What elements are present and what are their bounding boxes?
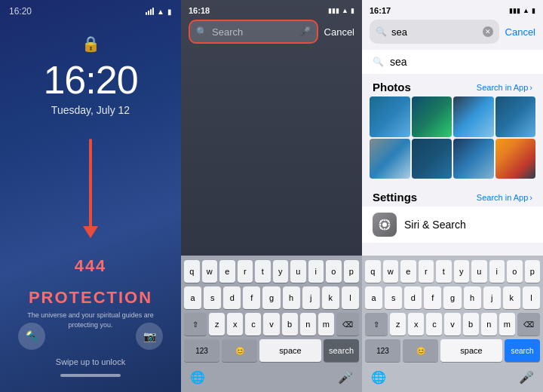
- photo-thumb-5[interactable]: [370, 139, 410, 179]
- key-x[interactable]: x: [227, 313, 243, 335]
- protection-number: 444: [0, 256, 181, 276]
- results-magnify-icon: 🔍: [376, 26, 387, 37]
- res-key-q[interactable]: q: [365, 260, 381, 283]
- key-y[interactable]: y: [273, 260, 289, 283]
- results-status-icons: ▮▮▮ ▲ ▮: [509, 7, 535, 14]
- res-key-j[interactable]: j: [483, 286, 501, 309]
- key-d[interactable]: d: [223, 286, 241, 309]
- res-key-123[interactable]: 123: [365, 339, 400, 362]
- results-keyboard-row-1: q w e r t y u i o p: [365, 260, 540, 283]
- settings-search-in-app[interactable]: Search in App ›: [477, 193, 532, 202]
- res-key-delete[interactable]: ⌫: [517, 313, 540, 335]
- res-key-a[interactable]: a: [365, 286, 382, 309]
- key-shift[interactable]: ⇧: [184, 313, 207, 335]
- camera-button[interactable]: 📷: [136, 323, 163, 350]
- res-key-space[interactable]: space: [440, 339, 502, 362]
- res-key-shift[interactable]: ⇧: [365, 313, 388, 335]
- key-o[interactable]: o: [326, 260, 342, 283]
- res-key-f[interactable]: f: [424, 286, 441, 309]
- suggestion-row[interactable]: 🔍 sea: [362, 50, 543, 74]
- res-globe-icon[interactable]: 🌐: [368, 367, 389, 387]
- res-key-d[interactable]: d: [404, 286, 422, 309]
- key-l[interactable]: l: [342, 286, 359, 309]
- key-v[interactable]: v: [263, 313, 279, 335]
- keyboard-row-2: a s d f g h j k l: [184, 286, 359, 309]
- results-keyboard-bottom-row: 🌐 🎤: [365, 366, 540, 389]
- photo-thumb-6[interactable]: [412, 139, 452, 179]
- key-search[interactable]: search: [324, 339, 359, 362]
- mic-icon-keyboard[interactable]: 🎤: [335, 367, 356, 387]
- res-key-z[interactable]: z: [390, 313, 406, 335]
- key-p[interactable]: p: [344, 260, 360, 283]
- siri-search-row[interactable]: Siri & Search: [362, 207, 543, 243]
- cancel-button-empty[interactable]: Cancel: [324, 26, 354, 38]
- lock-clock: 16:20: [43, 57, 137, 103]
- key-123[interactable]: 123: [184, 339, 219, 362]
- res-key-t[interactable]: t: [436, 260, 452, 283]
- key-z[interactable]: z: [209, 313, 225, 335]
- key-g[interactable]: g: [262, 286, 280, 309]
- res-key-k[interactable]: k: [503, 286, 520, 309]
- key-n[interactable]: n: [300, 313, 316, 335]
- res-key-v[interactable]: v: [444, 313, 460, 335]
- res-key-e[interactable]: e: [400, 260, 416, 283]
- key-m[interactable]: m: [318, 313, 334, 335]
- key-e[interactable]: e: [219, 260, 235, 283]
- res-key-g[interactable]: g: [443, 286, 461, 309]
- protection-title: PROTECTION: [0, 288, 181, 308]
- key-j[interactable]: j: [302, 286, 320, 309]
- siri-search-label: Siri & Search: [404, 219, 466, 231]
- res-key-l[interactable]: l: [523, 286, 540, 309]
- res-mic-icon[interactable]: 🎤: [516, 367, 537, 387]
- photos-search-in-app[interactable]: Search in App ›: [477, 83, 532, 92]
- mic-icon-empty[interactable]: 🎤: [299, 26, 311, 37]
- res-key-p[interactable]: p: [525, 260, 541, 283]
- key-h[interactable]: h: [283, 286, 300, 309]
- res-key-search[interactable]: search: [505, 339, 540, 362]
- key-w[interactable]: w: [202, 260, 218, 283]
- results-cancel-button[interactable]: Cancel: [505, 26, 535, 38]
- globe-icon[interactable]: 🌐: [187, 367, 208, 387]
- photo-thumb-3[interactable]: [453, 96, 494, 137]
- photo-thumb-2[interactable]: [412, 96, 452, 137]
- res-key-s[interactable]: s: [385, 286, 402, 309]
- key-delete[interactable]: ⌫: [336, 313, 359, 335]
- key-c[interactable]: c: [245, 313, 261, 335]
- photo-thumb-7[interactable]: [453, 139, 494, 179]
- res-key-n[interactable]: n: [481, 313, 497, 335]
- clear-button[interactable]: ✕: [483, 26, 493, 37]
- key-space[interactable]: space: [259, 339, 321, 362]
- res-key-o[interactable]: o: [507, 260, 523, 283]
- key-u[interactable]: u: [290, 260, 306, 283]
- res-key-h[interactable]: h: [464, 286, 481, 309]
- key-i[interactable]: i: [308, 260, 324, 283]
- flashlight-button[interactable]: 🔦: [18, 323, 45, 350]
- key-f[interactable]: f: [243, 286, 260, 309]
- photos-grid[interactable]: [362, 96, 543, 185]
- res-key-i[interactable]: i: [489, 260, 505, 283]
- key-emoji[interactable]: 😊: [222, 339, 257, 362]
- photo-thumb-4[interactable]: [495, 96, 536, 137]
- res-key-b[interactable]: b: [463, 313, 479, 335]
- results-input-box[interactable]: 🔍 sea ✕: [370, 20, 499, 44]
- search-input-empty[interactable]: 🔍 Search 🎤: [189, 20, 318, 44]
- photo-thumb-1[interactable]: [370, 96, 410, 137]
- res-key-m[interactable]: m: [499, 313, 515, 335]
- key-r[interactable]: r: [238, 260, 253, 283]
- key-b[interactable]: b: [282, 313, 298, 335]
- keyboard-results: q w e r t y u i o p a s d f g h j k l ⇧ …: [362, 256, 543, 392]
- res-key-u[interactable]: u: [471, 260, 487, 283]
- res-key-x[interactable]: x: [408, 313, 424, 335]
- res-key-r[interactable]: r: [419, 260, 434, 283]
- key-q[interactable]: q: [184, 260, 200, 283]
- home-bar[interactable]: [60, 374, 121, 377]
- res-key-y[interactable]: y: [454, 260, 470, 283]
- key-k[interactable]: k: [322, 286, 339, 309]
- key-a[interactable]: a: [184, 286, 201, 309]
- res-key-w[interactable]: w: [383, 260, 399, 283]
- key-s[interactable]: s: [204, 286, 221, 309]
- res-key-c[interactable]: c: [426, 313, 442, 335]
- photo-thumb-8[interactable]: [495, 139, 536, 179]
- res-key-emoji[interactable]: 😊: [403, 339, 438, 362]
- key-t[interactable]: t: [255, 260, 271, 283]
